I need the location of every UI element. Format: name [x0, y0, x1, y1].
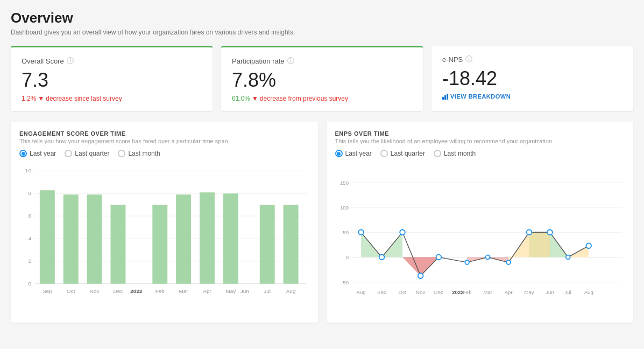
radio-circle [118, 150, 125, 157]
page-subtitle: Dashboard gives you an overall view of h… [11, 29, 633, 36]
x-label: Feb [462, 289, 471, 295]
enps-card: e-NPS ⓘ -18.42 VIEW BREAKDOWN [431, 46, 633, 111]
cards-row: Overall Score ⓘ 7.3 1.2% ▼ decrease sinc… [11, 46, 633, 111]
data-point [358, 230, 364, 235]
y-label: 0 [28, 281, 31, 287]
arrow-down-icon: ▼ [252, 95, 258, 102]
engagement-chart-title: ENGAGEMENT SCORE OVER TIME [19, 130, 309, 137]
overall-score-info-icon[interactable]: ⓘ [67, 56, 74, 66]
x-label: Jul [564, 289, 571, 295]
data-point [586, 243, 591, 249]
data-point [506, 260, 511, 264]
data-point [400, 230, 405, 235]
engagement-chart-panel: ENGAGEMENT SCORE OVER TIME This tells yo… [11, 122, 318, 323]
enps-chart-panel: ENPS OVER TIME This tells you the likeli… [327, 122, 634, 323]
y-label: 50 [343, 229, 349, 235]
x-label: Mar [179, 288, 189, 294]
engagement-radio-last-month[interactable]: Last month [118, 150, 160, 157]
charts-row: ENGAGEMENT SCORE OVER TIME This tells yo… [11, 122, 633, 323]
x-label: Feb [155, 288, 165, 294]
enps-radio-last-quarter[interactable]: Last quarter [380, 150, 425, 157]
enps-chart-title: ENPS OVER TIME [335, 130, 625, 137]
y-label: 150 [339, 180, 348, 186]
radio-circle [434, 150, 441, 157]
x-label: Mar [483, 289, 492, 295]
x-label: Apr [203, 288, 211, 294]
x-label: Nov [416, 289, 425, 295]
y-label: 8 [28, 190, 31, 196]
engagement-chart-svg-container: 10 8 6 4 2 0 [19, 162, 309, 314]
x-label: Aug [584, 289, 593, 295]
x-label: Sep [43, 288, 52, 294]
overall-score-label: Overall Score ⓘ [22, 56, 202, 66]
data-point [436, 255, 441, 260]
x-label: Oct [398, 289, 406, 295]
x-label: May [524, 289, 534, 295]
x-label: Sep [377, 289, 386, 295]
participation-rate-card: Participation rate ⓘ 7.8% 61.0% ▼ decrea… [221, 46, 423, 111]
engagement-chart-svg: 10 8 6 4 2 0 [19, 162, 309, 312]
x-label: Jul [264, 288, 271, 294]
bar [40, 190, 55, 284]
data-point [565, 255, 570, 260]
radio-circle [65, 150, 72, 157]
x-label-year: 2022 [452, 289, 463, 295]
bar [111, 205, 126, 284]
radio-circle-selected [19, 150, 27, 157]
arrow-down-icon: ▼ [38, 95, 44, 102]
page-container: Overview Dashboard gives you an overall … [0, 0, 644, 349]
enps-value: -18.42 [442, 67, 622, 90]
x-label: Jun [240, 288, 249, 294]
data-point [485, 255, 490, 260]
overall-score-change: 1.2% ▼ decrease since last survey [22, 95, 202, 102]
overall-score-card: Overall Score ⓘ 7.3 1.2% ▼ decrease sinc… [11, 46, 213, 111]
enps-chart-svg: 150 100 50 0 -50 [335, 162, 625, 312]
y-label: 4 [28, 235, 31, 241]
participation-rate-change: 61.0% ▼ decrease from previous survey [232, 95, 412, 102]
enps-chart-svg-container: 150 100 50 0 -50 [335, 162, 625, 314]
data-point [417, 273, 423, 278]
x-label: Apr [504, 289, 513, 295]
y-label: 6 [28, 213, 31, 219]
engagement-radio-last-year[interactable]: Last year [19, 150, 56, 157]
radio-circle [380, 150, 388, 157]
x-label: Dec [434, 289, 443, 295]
participation-rate-label: Participation rate ⓘ [232, 56, 412, 66]
area-positive [361, 232, 402, 257]
data-point [379, 255, 384, 260]
enps-info-icon[interactable]: ⓘ [465, 54, 472, 64]
bar [87, 194, 102, 284]
bar [152, 205, 167, 284]
x-label: Dec [114, 288, 123, 294]
x-label: Nov [90, 288, 100, 294]
bar-chart-icon [442, 94, 448, 100]
enps-chart-subtitle: This tells you the likelihood of an empl… [335, 138, 625, 144]
enps-label: e-NPS ⓘ [442, 54, 622, 64]
y-label: 100 [339, 205, 348, 211]
bar [260, 205, 275, 284]
overall-score-value: 7.3 [22, 69, 202, 92]
x-label: Oct [67, 288, 75, 294]
engagement-radio-group: Last year Last quarter Last month [19, 150, 309, 157]
bar [63, 194, 79, 284]
x-label: 2022 [130, 288, 143, 294]
y-label: 2 [28, 258, 31, 264]
data-point [547, 230, 553, 235]
x-label: Aug [286, 288, 296, 294]
enps-radio-last-year[interactable]: Last year [335, 150, 372, 157]
participation-rate-value: 7.8% [232, 69, 412, 92]
data-point [465, 260, 469, 264]
bar [223, 193, 238, 284]
y-label: -50 [341, 280, 349, 285]
y-label: 10 [25, 167, 32, 173]
x-label: Jun [546, 289, 554, 295]
engagement-radio-last-quarter[interactable]: Last quarter [65, 150, 109, 157]
participation-rate-info-icon[interactable]: ⓘ [287, 56, 294, 66]
view-breakdown-button[interactable]: VIEW BREAKDOWN [442, 93, 622, 100]
radio-circle-selected [335, 150, 343, 157]
x-label: May [225, 288, 236, 294]
y-label: 0 [345, 254, 348, 260]
bar [176, 194, 191, 284]
data-point [526, 230, 532, 235]
enps-radio-last-month[interactable]: Last month [434, 150, 476, 157]
